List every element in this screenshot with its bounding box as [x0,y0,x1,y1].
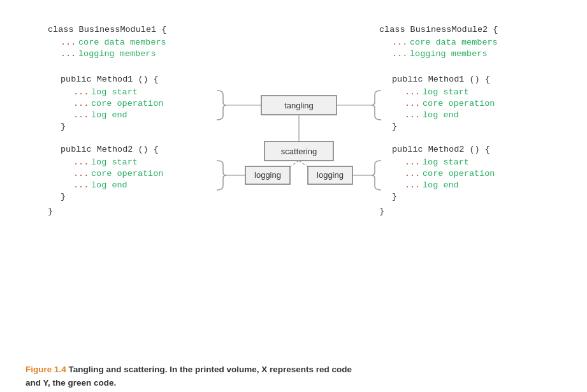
svg-text:...: ... [405,110,420,120]
svg-text:...: ... [405,99,420,108]
svg-text:...: ... [392,49,407,59]
svg-text:log start: log start [423,157,469,167]
svg-text:public Method2 () {: public Method2 () { [61,145,159,154]
svg-text:log end: log end [91,110,127,120]
svg-text:...: ... [405,169,420,178]
svg-text:log start: log start [91,157,138,167]
svg-text:log end: log end [423,180,459,190]
svg-text:core operation: core operation [91,99,163,108]
svg-text:}: } [61,122,66,131]
svg-text:...: ... [73,169,89,178]
svg-text:log end: log end [91,180,127,190]
svg-text:log start: log start [91,87,138,97]
svg-text:...: ... [392,38,407,47]
svg-text:...: ... [73,157,89,167]
svg-text:public Method1 () {: public Method1 () { [61,75,159,84]
svg-text:logging members: logging members [410,49,488,59]
caption: Figure 1.4 Tangling and scattering. In t… [19,363,568,390]
svg-text:...: ... [73,87,89,97]
svg-text:class BusinessModule1 {: class BusinessModule1 { [48,25,166,34]
logging-right-label: logging [317,170,344,180]
svg-text:...: ... [73,99,89,108]
svg-text:core data members: core data members [78,38,166,47]
svg-text:log end: log end [423,110,459,120]
svg-text:}: } [61,192,66,201]
svg-text:class BusinessModule2 {: class BusinessModule2 { [379,25,498,34]
svg-text:...: ... [405,180,420,190]
logging-left-label: logging [254,170,281,180]
scattering-label: scattering [281,147,317,156]
tangling-label: tangling [284,101,314,110]
svg-text:...: ... [73,110,89,120]
caption-text-2: and Y, the green code. [25,378,116,388]
figure-label: Figure 1.4 [25,365,66,374]
svg-text:public Method1 () {: public Method1 () { [392,75,490,84]
svg-text:core operation: core operation [423,169,495,178]
svg-text:...: ... [61,49,76,59]
caption-text: Tangling and scattering. In the printed … [66,365,352,374]
svg-text:}: } [392,122,397,131]
svg-text:log start: log start [423,87,469,97]
svg-text:core operation: core operation [423,99,495,108]
svg-text:...: ... [405,87,420,97]
svg-text:logging members: logging members [78,49,156,59]
svg-text:}: } [392,192,397,201]
svg-text:}: } [379,207,384,216]
svg-text:}: } [48,207,53,216]
svg-text:core operation: core operation [91,169,163,178]
svg-text:public Method2 () {: public Method2 () { [392,145,490,154]
svg-text:...: ... [61,38,76,47]
diagram-container: class BusinessModule1 { ... core data me… [19,13,568,357]
svg-text:core data members: core data members [410,38,498,47]
diagram-svg: class BusinessModule1 { ... core data me… [19,13,587,325]
svg-text:...: ... [405,157,420,167]
svg-text:...: ... [73,180,89,190]
